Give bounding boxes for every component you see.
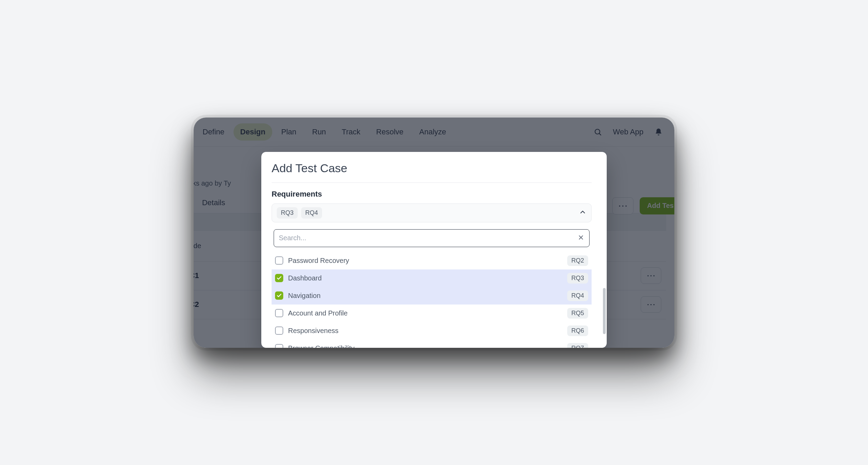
requirement-option[interactable]: ResponsivenessRQ6 xyxy=(272,322,592,340)
requirement-option[interactable]: Account and ProfileRQ5 xyxy=(272,305,592,322)
modal-title: Add Test Case xyxy=(272,162,592,175)
requirements-multiselect[interactable]: RQ3 RQ4 xyxy=(272,203,592,222)
requirement-option[interactable]: Password RecoveryRQ2 xyxy=(272,252,592,269)
modal-scrollbar[interactable] xyxy=(602,152,607,348)
requirements-dropdown: Password RecoveryRQ2DashboardRQ3Navigati… xyxy=(272,227,592,348)
scrollbar-thumb[interactable] xyxy=(603,288,606,334)
checkbox[interactable] xyxy=(275,309,283,317)
checkbox[interactable] xyxy=(275,291,283,300)
chevron-up-icon xyxy=(579,208,586,217)
option-label: Dashboard xyxy=(288,274,562,282)
option-code-badge: RQ6 xyxy=(567,325,588,336)
option-code-badge: RQ7 xyxy=(567,343,588,348)
option-label: Responsiveness xyxy=(288,327,562,335)
requirement-option[interactable]: Browser CompatibilityRQ7 xyxy=(272,340,592,348)
app-window: Define Design Plan Run Track Resolve Ana… xyxy=(194,118,674,348)
requirement-option[interactable]: DashboardRQ3 xyxy=(272,269,592,287)
option-label: Browser Compatibility xyxy=(288,344,562,348)
add-test-case-modal: Add Test Case Requirements RQ3 RQ4 xyxy=(261,152,607,348)
search-input[interactable] xyxy=(279,234,578,242)
option-label: Password Recovery xyxy=(288,257,562,265)
requirements-label: Requirements xyxy=(272,190,592,199)
checkbox[interactable] xyxy=(275,256,283,265)
option-code-badge: RQ4 xyxy=(567,290,588,301)
option-label: Account and Profile xyxy=(288,309,562,317)
dropdown-search[interactable] xyxy=(274,229,590,247)
option-label: Navigation xyxy=(288,292,562,300)
requirement-option[interactable]: NavigationRQ4 xyxy=(272,287,592,305)
option-code-badge: RQ5 xyxy=(567,308,588,319)
selected-chip[interactable]: RQ4 xyxy=(301,207,322,219)
checkbox[interactable] xyxy=(275,344,283,348)
option-code-badge: RQ2 xyxy=(567,255,588,266)
option-code-badge: RQ3 xyxy=(567,273,588,284)
selected-chip[interactable]: RQ3 xyxy=(277,207,298,219)
checkbox[interactable] xyxy=(275,326,283,335)
checkbox[interactable] xyxy=(275,274,283,282)
close-icon[interactable] xyxy=(578,234,584,242)
